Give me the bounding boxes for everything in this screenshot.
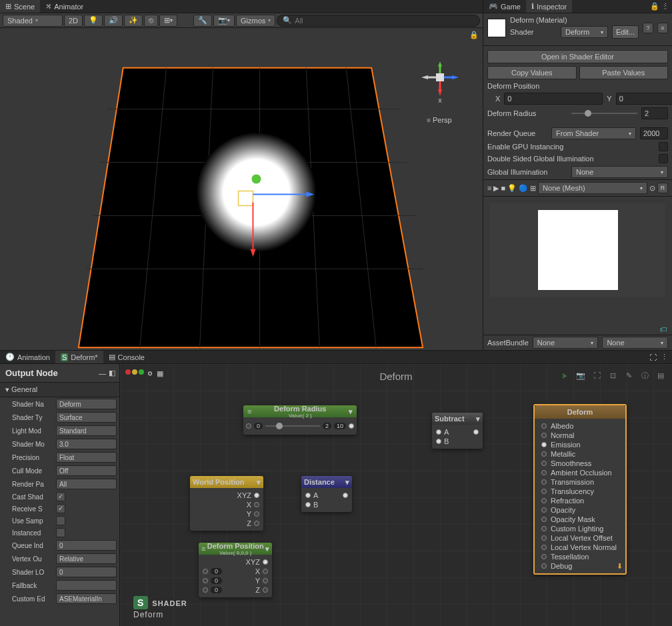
chevron-down-icon[interactable]: ▾ bbox=[257, 478, 261, 487]
port-out[interactable] bbox=[343, 493, 348, 498]
hidden-toggle[interactable]: ⦸ bbox=[144, 15, 158, 27]
deform-radius-slider[interactable] bbox=[571, 107, 637, 119]
double-sided-gi-checkbox[interactable] bbox=[659, 154, 668, 163]
gi-dropdown[interactable]: None bbox=[571, 166, 668, 178]
port-b[interactable] bbox=[436, 439, 441, 444]
material-preview[interactable] bbox=[490, 203, 665, 297]
output-port[interactable] bbox=[263, 578, 268, 583]
wand-icon[interactable]: ✎ bbox=[623, 369, 635, 381]
prop-field[interactable]: Relative bbox=[56, 553, 117, 564]
orientation-gizmo[interactable]: x ≡ Persp bbox=[416, 61, 463, 115]
shader-dropdown[interactable]: Deform bbox=[561, 26, 608, 38]
tab-console[interactable]: ▤ Console bbox=[103, 351, 150, 363]
code-icon[interactable]: ▤ bbox=[655, 369, 667, 381]
output-port[interactable] bbox=[263, 587, 268, 593]
port-a[interactable] bbox=[305, 493, 311, 498]
input-port[interactable] bbox=[541, 517, 547, 522]
input-port[interactable] bbox=[541, 470, 547, 475]
chevron-down-icon[interactable]: ▾ bbox=[349, 407, 353, 416]
lock-icon[interactable]: 🔒 bbox=[469, 31, 479, 39]
prop-field[interactable]: Surface bbox=[56, 412, 117, 423]
prop-checkbox[interactable] bbox=[56, 492, 65, 501]
input-port[interactable] bbox=[203, 578, 208, 583]
assetbundle-variant-dropdown[interactable]: None bbox=[602, 337, 668, 349]
node-deform-radius[interactable]: ≡ Deform Radius Value( 2 ) ▾ 0 2 10 bbox=[243, 405, 357, 435]
input-port[interactable] bbox=[541, 451, 547, 457]
share-icon[interactable]: ⪢ bbox=[559, 369, 571, 381]
paste-values-button[interactable]: Paste Values bbox=[579, 66, 669, 79]
tools-button[interactable]: 🔧 bbox=[193, 15, 212, 27]
stop-icon[interactable]: ■ bbox=[501, 184, 505, 192]
menu-icon[interactable]: ≡ bbox=[247, 407, 251, 415]
prop-field[interactable] bbox=[56, 580, 117, 591]
port-b[interactable] bbox=[305, 502, 311, 507]
input-port[interactable] bbox=[541, 507, 547, 513]
2d-toggle[interactable]: 2D bbox=[64, 15, 83, 27]
help-button[interactable]: ? bbox=[643, 23, 653, 33]
copy-values-button[interactable]: Copy Values bbox=[487, 66, 577, 79]
target-icon[interactable]: ⊙ bbox=[649, 184, 655, 193]
render-queue-dropdown[interactable]: From Shader bbox=[551, 127, 636, 139]
camera-button[interactable]: 📷▾ bbox=[213, 15, 235, 27]
input-port[interactable] bbox=[541, 545, 547, 550]
input-port[interactable] bbox=[541, 526, 547, 531]
render-queue-field[interactable] bbox=[640, 127, 668, 139]
node-output[interactable]: Deform ⬇ AlbedoNormalEmissionMetallicSmo… bbox=[533, 404, 627, 575]
node-distance[interactable]: Distance ▾ A B bbox=[301, 476, 352, 512]
pos-y-field[interactable] bbox=[616, 93, 672, 105]
deform-radius-field[interactable] bbox=[641, 107, 668, 119]
prev-button[interactable]: ≡ bbox=[487, 184, 491, 192]
dock-icon[interactable]: ◧ bbox=[109, 369, 115, 377]
chevron-down-icon[interactable]: ▾ bbox=[345, 478, 349, 487]
tag-icon[interactable]: 🏷 bbox=[659, 325, 667, 333]
scene-search[interactable]: 🔍 bbox=[277, 15, 480, 27]
port-out[interactable] bbox=[473, 429, 479, 435]
output-port[interactable] bbox=[349, 423, 354, 429]
download-icon[interactable]: ⬇ bbox=[617, 562, 623, 571]
info-icon[interactable]: ⓘ bbox=[639, 369, 651, 381]
preset-button[interactable]: ≡ bbox=[657, 23, 668, 33]
input-port[interactable] bbox=[541, 479, 547, 485]
gpu-instancing-checkbox[interactable] bbox=[659, 142, 668, 151]
context-menu-icon[interactable]: ⋮ bbox=[661, 353, 668, 361]
prop-field[interactable]: ASEMaterialIn bbox=[56, 593, 117, 604]
sphere-icon[interactable]: 🔵 bbox=[519, 184, 528, 193]
lighting-toggle[interactable]: 💡 bbox=[84, 15, 103, 27]
output-port[interactable] bbox=[254, 511, 259, 517]
node-subtract[interactable]: Subtract ▾ A B bbox=[432, 413, 483, 449]
grid-toggle[interactable]: ⊞▾ bbox=[159, 15, 177, 27]
chevron-down-icon[interactable]: ▾ bbox=[476, 415, 480, 423]
calendar-icon[interactable]: ▦ bbox=[157, 369, 163, 378]
fx-toggle[interactable]: ✨ bbox=[124, 15, 143, 27]
lock-icon[interactable]: 🔒 bbox=[650, 2, 659, 11]
light-icon[interactable]: 💡 bbox=[507, 184, 517, 193]
output-port[interactable] bbox=[254, 502, 259, 507]
open-shader-editor-button[interactable]: Open in Shader Editor bbox=[487, 50, 668, 63]
prop-checkbox[interactable] bbox=[56, 504, 65, 513]
input-port[interactable] bbox=[541, 423, 547, 429]
input-port[interactable] bbox=[541, 498, 547, 503]
tab-game[interactable]: 🎮 Game bbox=[483, 0, 526, 13]
audio-toggle[interactable]: 🔊 bbox=[104, 15, 123, 27]
input-port[interactable] bbox=[541, 489, 547, 494]
tab-animation[interactable]: 🕐 Animation bbox=[0, 351, 55, 363]
preview-mesh-dropdown[interactable]: None (Mesh) bbox=[538, 182, 647, 194]
focus-icon[interactable]: ⛶ bbox=[591, 369, 603, 381]
tab-animator[interactable]: ⤨ Animator bbox=[40, 0, 89, 13]
traffic-icon[interactable] bbox=[125, 369, 144, 378]
pos-x-field[interactable] bbox=[504, 93, 603, 105]
output-port[interactable] bbox=[263, 559, 268, 565]
r-button[interactable]: R bbox=[657, 183, 668, 193]
prop-field[interactable]: 0 bbox=[56, 540, 117, 551]
fit-icon[interactable]: ⊡ bbox=[607, 369, 619, 381]
prop-field[interactable]: 0 bbox=[56, 567, 117, 577]
circle-icon[interactable]: ⭘ bbox=[147, 369, 154, 378]
section-general[interactable]: ▾ General bbox=[0, 382, 119, 397]
prop-checkbox[interactable] bbox=[56, 528, 65, 537]
assetbundle-dropdown[interactable]: None bbox=[533, 337, 599, 349]
menu-icon[interactable]: ≡ bbox=[201, 545, 205, 553]
tab-scene[interactable]: ⊞ Scene bbox=[0, 0, 40, 13]
minimize-icon[interactable]: — bbox=[99, 369, 106, 377]
shading-mode-dropdown[interactable]: Shaded bbox=[3, 15, 63, 27]
camera-icon[interactable]: 📷 bbox=[575, 369, 587, 381]
